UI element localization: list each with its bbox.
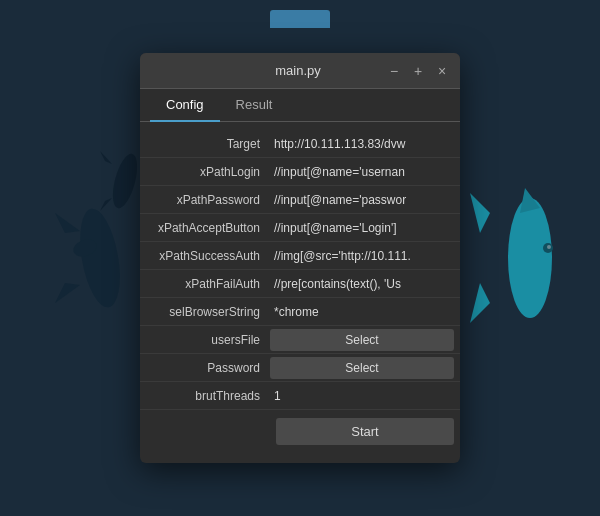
label-xpath-login: xPathLogin [140,165,270,179]
window-controls: − + × [386,64,450,78]
svg-point-0 [74,206,127,311]
svg-marker-5 [470,283,490,323]
row-xpath-success-auth: xPathSuccessAuth //img[@src='http://10.1… [140,242,460,270]
select-password-button[interactable]: Select [270,357,454,379]
minimize-button[interactable]: − [386,64,402,78]
close-button[interactable]: × [434,64,450,78]
label-password: Password [140,361,270,375]
svg-marker-11 [100,151,112,164]
value-xpath-success-auth: //img[@src='http://10.111. [270,249,460,263]
svg-marker-4 [470,193,490,233]
row-target: Target http://10.111.113.83/dvw [140,130,460,158]
main-window: main.py − + × Config Result Target http:… [140,53,460,463]
svg-point-6 [508,198,552,318]
label-xpath-success-auth: xPathSuccessAuth [140,249,270,263]
value-xpath-accept-button: //input[@name='Login'] [270,221,460,235]
label-users-file: usersFile [140,333,270,347]
window-title: main.py [210,63,386,78]
value-xpath-password: //input[@name='passwor [270,193,460,207]
label-xpath-fail-auth: xPathFailAuth [140,277,270,291]
select-users-file-button[interactable]: Select [270,329,454,351]
row-users-file: usersFile Select [140,326,460,354]
value-target: http://10.111.113.83/dvw [270,137,460,151]
label-sel-browser-string: selBrowserString [140,305,270,319]
svg-point-3 [71,236,99,259]
tab-result[interactable]: Result [220,89,289,122]
config-form: Target http://10.111.113.83/dvw xPathLog… [140,122,460,463]
label-xpath-password: xPathPassword [140,193,270,207]
top-toolbar-decoration [270,10,330,28]
svg-marker-12 [100,198,112,211]
row-password: Password Select [140,354,460,382]
tab-config[interactable]: Config [150,89,220,122]
label-target: Target [140,137,270,151]
start-button[interactable]: Start [276,418,454,445]
svg-marker-1 [55,213,80,233]
svg-marker-2 [55,283,80,303]
value-sel-browser-string: *chrome [270,305,460,319]
row-xpath-login: xPathLogin //input[@name='usernan [140,158,460,186]
fish-left-icon [55,193,145,323]
maximize-button[interactable]: + [410,64,426,78]
svg-point-8 [543,243,553,253]
value-brut-threads: 1 [270,389,460,403]
svg-point-9 [547,245,551,249]
svg-point-10 [108,151,142,210]
title-bar: main.py − + × [140,53,460,89]
label-xpath-accept-button: xPathAcceptButton [140,221,270,235]
tabs-bar: Config Result [140,89,460,122]
row-xpath-accept-button: xPathAcceptButton //input[@name='Login'] [140,214,460,242]
row-xpath-password: xPathPassword //input[@name='passwor [140,186,460,214]
row-sel-browser-string: selBrowserString *chrome [140,298,460,326]
row-brut-threads: brutThreads 1 [140,382,460,410]
svg-marker-7 [520,188,540,213]
value-xpath-login: //input[@name='usernan [270,165,460,179]
row-xpath-fail-auth: xPathFailAuth //pre[contains(text(), 'Us [140,270,460,298]
start-row: Start [140,410,460,455]
fish-right-icon [470,183,580,333]
label-brut-threads: brutThreads [140,389,270,403]
value-xpath-fail-auth: //pre[contains(text(), 'Us [270,277,460,291]
